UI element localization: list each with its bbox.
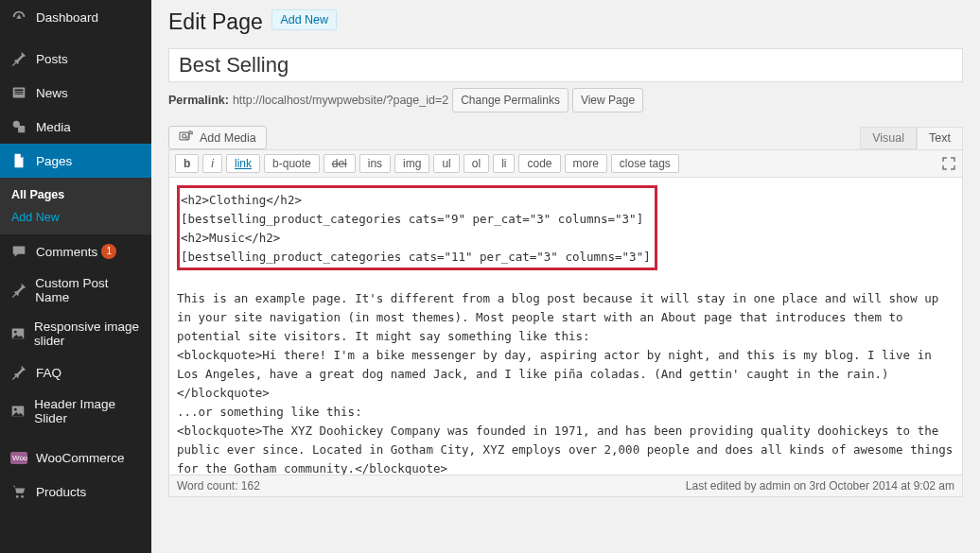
- qt-more[interactable]: more: [565, 154, 607, 173]
- comments-count-badge: 1: [101, 244, 116, 259]
- qt-del[interactable]: del: [324, 154, 356, 173]
- sidebar-item-label: FAQ: [36, 366, 61, 380]
- svg-point-7: [14, 331, 17, 334]
- sidebar-item-pages[interactable]: Pages: [0, 144, 151, 178]
- content-rest: This is an example page. It's different …: [177, 291, 960, 475]
- add-media-button[interactable]: Add Media: [168, 126, 267, 149]
- svg-point-13: [183, 134, 186, 138]
- page-icon: [9, 151, 28, 170]
- page-title: Edit Page: [168, 9, 263, 35]
- tab-visual[interactable]: Visual: [860, 127, 917, 149]
- editor-statusbar: Word count: 162 Last edited by admin on …: [168, 475, 963, 497]
- sidebar-item-products[interactable]: Products: [0, 475, 151, 509]
- sidebar-item-label: Pages: [36, 154, 72, 168]
- image-icon: [9, 402, 26, 421]
- svg-rect-3: [15, 94, 24, 95]
- permalink-url: http://localhost/mywpwebsite/?page_id=2: [233, 94, 448, 107]
- post-title-input[interactable]: [168, 48, 963, 82]
- qt-img[interactable]: img: [394, 154, 429, 173]
- woo-icon: Woo: [9, 448, 28, 467]
- sidebar-item-woocommerce[interactable]: Woo WooCommerce: [0, 441, 151, 475]
- qt-li[interactable]: li: [493, 154, 515, 173]
- cart-icon: [9, 482, 28, 501]
- fullscreen-icon[interactable]: [941, 156, 956, 171]
- tab-text[interactable]: Text: [917, 127, 963, 149]
- sidebar-sub-addnew[interactable]: Add New: [0, 206, 151, 229]
- qt-ul[interactable]: ul: [433, 154, 459, 173]
- svg-rect-1: [15, 89, 24, 91]
- change-permalinks-button[interactable]: Change Permalinks: [452, 88, 569, 112]
- sidebar-item-label: Dashboard: [36, 10, 98, 25]
- add-media-label: Add Media: [200, 131, 256, 145]
- sidebar-item-label: News: [36, 86, 68, 100]
- qt-bold[interactable]: b: [175, 154, 199, 173]
- camera-music-icon: [179, 130, 194, 146]
- svg-point-9: [14, 408, 17, 411]
- qt-close[interactable]: close tags: [611, 154, 679, 173]
- sidebar-item-label: Comments: [36, 245, 97, 259]
- sidebar-sub-allpages[interactable]: All Pages: [0, 183, 151, 206]
- main-content: Edit Page Add New Permalink: http://loca…: [151, 0, 980, 553]
- quicktags-toolbar: b i link b-quote del ins img ul ol li co…: [168, 149, 963, 177]
- pin-icon: [9, 49, 28, 68]
- news-icon: [9, 83, 28, 102]
- pin-icon: [9, 281, 27, 300]
- comment-icon: [9, 242, 28, 261]
- qt-code[interactable]: code: [518, 154, 560, 173]
- sidebar-item-label: WooCommerce: [36, 451, 125, 465]
- sidebar-item-label: Responsive image slider: [34, 320, 142, 348]
- highlighted-shortcodes: <h2>Clothing</h2> [bestselling_product_c…: [177, 185, 657, 270]
- sidebar-item-label: Products: [36, 485, 86, 499]
- sidebar-sub-pages: All Pages Add New: [0, 178, 151, 234]
- sidebar-item-hislider[interactable]: Header Image Slider: [0, 389, 151, 433]
- svg-rect-5: [18, 126, 25, 132]
- wordcount-label: Word count:: [177, 479, 241, 493]
- sidebar-item-posts[interactable]: Posts: [0, 42, 151, 76]
- media-icon: [9, 117, 28, 136]
- svg-rect-2: [15, 92, 24, 93]
- qt-link[interactable]: link: [226, 154, 260, 173]
- sidebar-item-cpt[interactable]: Custom Post Name: [0, 268, 151, 312]
- last-edited: Last edited by admin on 3rd October 2014…: [686, 479, 954, 493]
- qt-ol[interactable]: ol: [464, 154, 489, 173]
- pin-icon: [9, 363, 28, 382]
- permalink-label: Permalink:: [168, 94, 229, 107]
- add-new-button[interactable]: Add New: [271, 9, 337, 30]
- sidebar-item-label: Header Image Slider: [34, 397, 142, 425]
- svg-point-11: [21, 495, 24, 498]
- admin-sidebar: Dashboard Posts News Media Pages All Pag…: [0, 0, 151, 553]
- svg-point-10: [16, 495, 19, 498]
- sidebar-item-rislider[interactable]: Responsive image slider: [0, 312, 151, 355]
- qt-ins[interactable]: ins: [359, 154, 391, 173]
- gauge-icon: [9, 8, 28, 26]
- image-icon: [9, 324, 26, 343]
- wordcount-value: 162: [241, 479, 260, 493]
- sidebar-item-media[interactable]: Media: [0, 110, 151, 144]
- sidebar-item-comments[interactable]: Comments 1: [0, 234, 151, 268]
- sidebar-item-faq[interactable]: FAQ: [0, 355, 151, 389]
- qt-italic[interactable]: i: [202, 154, 222, 173]
- sidebar-item-news[interactable]: News: [0, 76, 151, 110]
- qt-bquote[interactable]: b-quote: [264, 154, 320, 173]
- content-textarea[interactable]: <h2>Clothing</h2> [bestselling_product_c…: [168, 177, 963, 475]
- view-page-button[interactable]: View Page: [572, 88, 643, 112]
- sidebar-item-dashboard[interactable]: Dashboard: [0, 0, 151, 34]
- sidebar-item-label: Custom Post Name: [35, 276, 142, 304]
- svg-rect-12: [180, 132, 188, 140]
- sidebar-item-label: Media: [36, 120, 71, 134]
- sidebar-item-label: Posts: [36, 52, 68, 66]
